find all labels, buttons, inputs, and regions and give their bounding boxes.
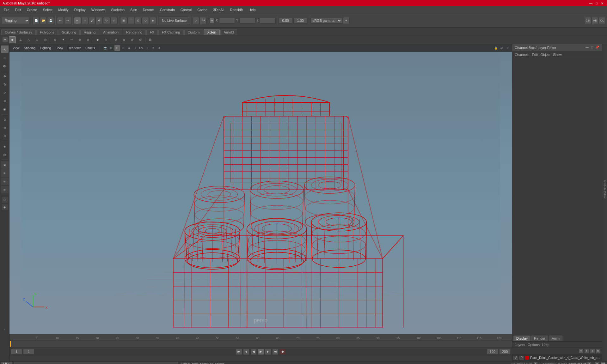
timeline-key-btn[interactable]: ◦ xyxy=(1,325,9,333)
constraint-btn[interactable]: ⊖ xyxy=(112,36,119,43)
group-btn[interactable]: ⊘ xyxy=(129,36,136,43)
layer-nav-prev-btn[interactable]: ⏴ xyxy=(584,349,589,354)
vp-display1-btn[interactable]: 1 xyxy=(144,45,150,51)
menu-item-edit[interactable]: Edit xyxy=(13,7,24,12)
vp-view-menu[interactable]: View xyxy=(11,46,21,50)
anim-layer-options-btn[interactable]: ▼ xyxy=(533,362,538,364)
play-forward-btn[interactable]: ▶ xyxy=(258,349,264,355)
bind-skin-btn[interactable]: ⊚ xyxy=(76,36,83,43)
vp-panels-menu[interactable]: Panels xyxy=(83,46,97,50)
tab-arnold[interactable]: Arnold xyxy=(220,29,237,35)
scale-tool[interactable]: ⤢ xyxy=(1,89,9,96)
snap-val1-input[interactable] xyxy=(279,18,293,23)
menu-item-3dtoall[interactable]: 3DtoAll xyxy=(211,7,227,12)
sculpt-tool[interactable]: ◈ xyxy=(1,143,9,150)
ungroup-btn[interactable]: ⊙ xyxy=(137,36,144,43)
lasso-tool[interactable]: ⌓ xyxy=(1,54,9,61)
vp-isolate-btn[interactable]: ◎ xyxy=(499,45,505,51)
move-tool[interactable]: ✥ xyxy=(1,72,9,80)
help-line-btn[interactable]: ? xyxy=(594,361,599,364)
panel-size-1[interactable]: ▣ xyxy=(1,161,9,169)
save-file-btn[interactable]: 💾 xyxy=(47,17,54,24)
viewport[interactable]: View Shading Lighting Show Renderer Pane… xyxy=(9,44,512,334)
universal-manip[interactable]: ⊕ xyxy=(1,97,9,105)
menu-item-windows[interactable]: Windows xyxy=(89,7,108,12)
camera-dolly[interactable]: ⊖ xyxy=(1,132,9,140)
snap-point-btn[interactable]: ⊙ xyxy=(135,17,142,24)
open-file-btn[interactable]: 📂 xyxy=(40,17,47,24)
num-pad-2[interactable]: ⬢ xyxy=(1,204,8,211)
script-editor-btn[interactable]: ⌨ xyxy=(601,361,606,364)
panel-size-3[interactable]: ⊟ xyxy=(1,178,9,185)
layer-nav-next-btn[interactable]: ⏵ xyxy=(590,349,595,354)
select-tool[interactable]: ↖ xyxy=(1,46,9,53)
menu-item-deform[interactable]: Deform xyxy=(140,7,157,12)
hierarchy-mode-btn[interactable]: ⊥ xyxy=(17,36,24,43)
viewport-3d-area[interactable]: persp x y z xyxy=(9,52,512,328)
snap-live-btn[interactable]: ◈ xyxy=(149,17,156,24)
record-btn[interactable]: ⏺ xyxy=(279,349,286,355)
subd-mode-btn[interactable]: □ xyxy=(34,36,40,43)
end-time-input[interactable] xyxy=(487,349,498,355)
show-tab[interactable]: Show xyxy=(553,53,562,57)
menu-item-control[interactable]: Control xyxy=(178,7,194,12)
menu-item-cache[interactable]: Cache xyxy=(195,7,210,12)
rotate-tool-btn[interactable]: ↻ xyxy=(103,17,110,24)
vp-display2-btn[interactable]: 2 xyxy=(150,45,156,51)
menu-item-redshift[interactable]: Redshift xyxy=(228,7,245,12)
menu-item-skeleton[interactable]: Skeleton xyxy=(108,7,127,12)
panel-size-2[interactable]: ⊞ xyxy=(1,169,9,177)
vp-shading-menu[interactable]: Shading xyxy=(22,46,38,50)
layer-nav-last-btn[interactable]: ⏭ xyxy=(596,349,601,354)
tab-fx-caching[interactable]: FX Caching xyxy=(158,29,183,35)
render-btn[interactable]: ▷ xyxy=(192,17,199,24)
menu-item-select[interactable]: Select xyxy=(40,7,55,12)
parent-btn[interactable]: ⊗ xyxy=(120,36,127,43)
set-driven-key-btn[interactable]: ⊞ xyxy=(147,36,154,43)
display-tab[interactable]: Display xyxy=(513,336,530,341)
num-pad-1[interactable]: ⬡ xyxy=(1,196,8,203)
edit-tab[interactable]: Edit xyxy=(532,53,538,57)
outliner-toggle-btn[interactable]: OL xyxy=(599,17,606,24)
show-manip[interactable]: ◉ xyxy=(1,105,9,113)
vp-lock-btn[interactable]: 🔒 xyxy=(493,45,499,51)
tab-rendering[interactable]: Rendering xyxy=(123,29,146,35)
menu-item-create[interactable]: Create xyxy=(24,7,40,12)
vp-uv-btn[interactable]: UV xyxy=(138,45,144,51)
go-end-btn[interactable]: ⏭ xyxy=(272,349,279,355)
component-mode-btn[interactable]: ◈ xyxy=(9,36,16,43)
snap-view-btn[interactable]: ◇ xyxy=(142,17,149,24)
anim-tab[interactable]: Anim xyxy=(549,336,562,341)
help-option[interactable]: Help xyxy=(542,343,549,347)
channels-tab[interactable]: Channels xyxy=(515,53,529,57)
layer-render-btn[interactable]: P xyxy=(519,356,524,360)
render-tab[interactable]: Render xyxy=(531,336,548,341)
command-input[interactable] xyxy=(14,361,178,364)
scale-tool-btn[interactable]: ⤢ xyxy=(110,17,117,24)
create-joint-btn[interactable]: ✦ xyxy=(60,36,67,43)
layer-vp-btn[interactable]: V xyxy=(513,356,518,360)
selection-mode-btn[interactable]: ● xyxy=(3,37,8,42)
select-tool-btn[interactable]: ↖ xyxy=(74,17,81,24)
gamma-select[interactable]: sRGB gamma xyxy=(310,18,342,23)
ik-handle-btn[interactable]: ⊸ xyxy=(68,36,75,43)
paint-select-btn[interactable]: 🖌 xyxy=(89,17,95,24)
go-start-btn[interactable]: ⏮ xyxy=(236,349,242,355)
snap-val2-input[interactable] xyxy=(293,18,308,23)
gamma-options-btn[interactable]: ▼ xyxy=(343,17,350,24)
tab-curves-surfaces[interactable]: Curves / Surfaces xyxy=(1,29,36,35)
vp-normals-btn[interactable]: ⊥ xyxy=(132,45,138,51)
layer-nav-first-btn[interactable]: ⏮ xyxy=(579,349,584,354)
redirect-tool[interactable]: ◎ xyxy=(1,151,9,158)
z-input[interactable] xyxy=(260,18,276,23)
vp-renderer-menu[interactable]: Renderer xyxy=(66,46,83,50)
channel-box-resize-btn[interactable]: □ xyxy=(590,46,594,50)
undo-btn[interactable]: ↩ xyxy=(57,17,64,24)
maximize-button[interactable]: □ xyxy=(594,1,599,5)
ipr-btn[interactable]: IPR xyxy=(199,17,206,24)
camera-track[interactable]: ⊗ xyxy=(1,124,9,131)
options-option[interactable]: Options xyxy=(528,343,540,347)
panel-size-4[interactable]: ⊠ xyxy=(1,186,9,193)
no-live-surface-btn[interactable]: No Live Surface xyxy=(159,17,189,24)
menu-item-modify[interactable]: Modify xyxy=(56,7,71,12)
